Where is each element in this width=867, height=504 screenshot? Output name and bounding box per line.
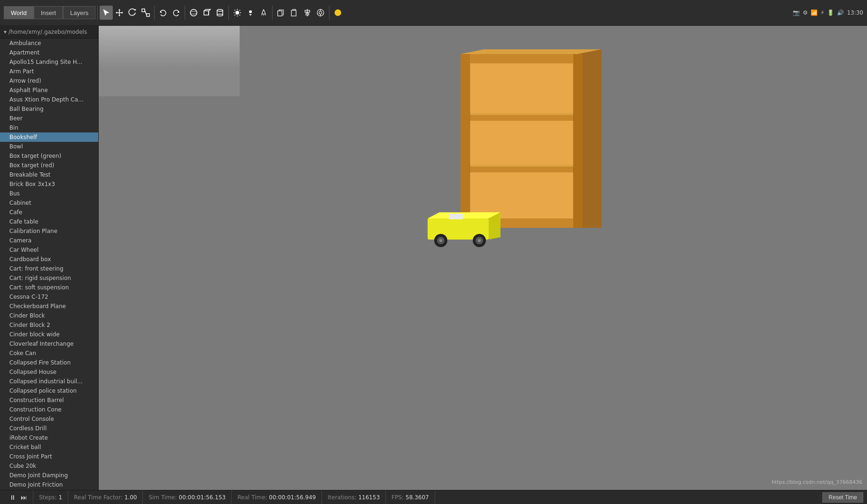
sep-2 bbox=[154, 6, 155, 20]
list-item[interactable]: Checkerboard Plane bbox=[0, 302, 98, 311]
list-item[interactable]: Cinder Block bbox=[0, 311, 98, 320]
list-item[interactable]: iRobot Create bbox=[0, 433, 98, 442]
svg-rect-82 bbox=[573, 54, 583, 228]
wifi-icon: 📶 bbox=[811, 9, 818, 16]
list-item[interactable]: Cart: front steering bbox=[0, 264, 98, 273]
list-item[interactable]: Cinder block wide bbox=[0, 330, 98, 339]
redo-btn[interactable] bbox=[170, 6, 183, 20]
rotate-tool-btn[interactable] bbox=[126, 6, 139, 20]
list-item[interactable]: Cube 20k bbox=[0, 461, 98, 471]
sphere-btn[interactable] bbox=[187, 6, 200, 20]
list-item[interactable]: Cricket ball bbox=[0, 442, 98, 452]
settings-icon[interactable]: ⚙ bbox=[803, 9, 808, 16]
tab-world[interactable]: World bbox=[4, 6, 34, 19]
main-content: ▾ /home/xmy/.gazebo/models AmbulanceApar… bbox=[0, 26, 867, 490]
list-item[interactable]: Box target (red) bbox=[0, 161, 98, 170]
svg-rect-88 bbox=[449, 214, 463, 219]
bookshelf-model bbox=[456, 49, 601, 237]
list-item[interactable]: Cardboard box bbox=[0, 255, 98, 264]
list-item[interactable]: Construction Cone bbox=[0, 405, 98, 414]
list-item[interactable]: Collapsed industrial buil... bbox=[0, 377, 98, 386]
list-item[interactable]: Arm Part bbox=[0, 67, 98, 76]
list-item[interactable]: Demo Joint Damping bbox=[0, 471, 98, 480]
battery-icon: 🔋 bbox=[827, 9, 834, 16]
list-item[interactable]: Apollo15 Landing Site H... bbox=[0, 57, 98, 67]
box-btn[interactable] bbox=[200, 6, 213, 20]
svg-point-20 bbox=[235, 11, 239, 15]
list-item[interactable]: Calibration Plane bbox=[0, 226, 98, 236]
copy-btn[interactable] bbox=[274, 6, 288, 20]
model-list[interactable]: AmbulanceApartmentApollo15 Landing Site … bbox=[0, 39, 98, 490]
list-item[interactable]: Cafe table bbox=[0, 217, 98, 226]
list-item[interactable]: Ambulance bbox=[0, 39, 98, 48]
list-item[interactable]: Asphalt Plane bbox=[0, 85, 98, 95]
screenshot-icon[interactable]: 📷 bbox=[793, 9, 800, 16]
record-btn[interactable] bbox=[331, 6, 344, 20]
svg-line-26 bbox=[240, 15, 241, 16]
list-item[interactable]: Cessna C-172 bbox=[0, 292, 98, 302]
list-item[interactable]: Cafe bbox=[0, 208, 98, 217]
svg-point-19 bbox=[217, 14, 223, 16]
spot-light-btn[interactable] bbox=[257, 6, 270, 20]
svg-rect-7 bbox=[142, 9, 145, 12]
viewport[interactable]: https://blog.csdn.net/qq_37668436 bbox=[99, 26, 867, 490]
list-item[interactable]: Asus Xtion Pro Depth Ca... bbox=[0, 95, 98, 104]
svg-marker-2 bbox=[118, 9, 120, 10]
select-tool-btn[interactable] bbox=[100, 6, 113, 20]
align-btn[interactable] bbox=[301, 6, 314, 20]
directional-light-btn[interactable] bbox=[231, 6, 244, 20]
list-item[interactable]: Bin bbox=[0, 123, 98, 132]
snap-btn[interactable] bbox=[314, 6, 327, 20]
list-item[interactable]: Cloverleaf Interchange bbox=[0, 339, 98, 349]
list-item[interactable]: Cinder Block 2 bbox=[0, 320, 98, 330]
list-item[interactable]: Bowl bbox=[0, 142, 98, 151]
list-item[interactable]: Control Console bbox=[0, 414, 98, 424]
svg-line-28 bbox=[240, 10, 241, 11]
list-item[interactable]: Cross Joint Part bbox=[0, 452, 98, 461]
list-item[interactable]: Coke Can bbox=[0, 349, 98, 358]
list-item[interactable]: Collapsed Fire Station bbox=[0, 358, 98, 367]
svg-line-32 bbox=[264, 9, 266, 14]
list-item[interactable]: Apartment bbox=[0, 48, 98, 57]
system-tray: 📷 ⚙ 📶 ⚡ 🔋 🔊 13:30 bbox=[793, 9, 863, 16]
list-item[interactable]: Brick Box 3x1x3 bbox=[0, 179, 98, 189]
translate-tool-btn[interactable] bbox=[113, 6, 126, 20]
list-item[interactable]: Cordless Drill bbox=[0, 424, 98, 433]
list-item[interactable]: Collapsed House bbox=[0, 367, 98, 377]
list-item[interactable]: Cart: rigid suspension bbox=[0, 273, 98, 283]
list-item[interactable]: Box target (green) bbox=[0, 151, 98, 161]
svg-line-25 bbox=[234, 10, 235, 11]
undo-btn[interactable] bbox=[156, 6, 170, 20]
list-item[interactable]: Breakable Test bbox=[0, 170, 98, 179]
list-item[interactable]: Bookshelf bbox=[0, 132, 98, 142]
list-item[interactable]: Camera bbox=[0, 236, 98, 245]
paste-btn[interactable] bbox=[288, 6, 301, 20]
folder-icon: ▾ bbox=[4, 29, 7, 35]
list-item[interactable]: Demo Joint Friction bbox=[0, 480, 98, 489]
sep-3 bbox=[185, 6, 185, 20]
bluetooth-icon: ⚡ bbox=[820, 9, 824, 16]
cylinder-btn[interactable] bbox=[213, 6, 227, 20]
list-item[interactable]: Car Wheel bbox=[0, 245, 98, 255]
list-item[interactable]: Cart: soft suspension bbox=[0, 283, 98, 292]
list-item[interactable]: Ball Bearing bbox=[0, 104, 98, 114]
pause-btn[interactable]: ⏸ bbox=[8, 493, 18, 502]
list-item[interactable]: Arrow (red) bbox=[0, 76, 98, 85]
list-item[interactable]: Beer bbox=[0, 114, 98, 123]
list-item[interactable]: Collapsed police station bbox=[0, 386, 98, 395]
step-btn[interactable]: ⏭ bbox=[19, 493, 29, 502]
list-item[interactable]: Cabinet bbox=[0, 198, 98, 208]
svg-marker-76 bbox=[465, 115, 578, 121]
reset-time-btn[interactable]: Reset Time bbox=[822, 492, 863, 503]
svg-point-91 bbox=[439, 239, 442, 242]
svg-line-31 bbox=[262, 9, 264, 14]
svg-rect-38 bbox=[291, 10, 296, 16]
tab-layers[interactable]: Layers bbox=[63, 6, 95, 19]
tab-insert[interactable]: Insert bbox=[34, 6, 63, 19]
svg-marker-79 bbox=[465, 165, 580, 167]
sidebar-header: ▾ /home/xmy/.gazebo/models bbox=[0, 26, 98, 39]
list-item[interactable]: Bus bbox=[0, 189, 98, 198]
scale-tool-btn[interactable] bbox=[139, 6, 152, 20]
point-light-btn[interactable] bbox=[244, 6, 257, 20]
list-item[interactable]: Construction Barrel bbox=[0, 395, 98, 405]
